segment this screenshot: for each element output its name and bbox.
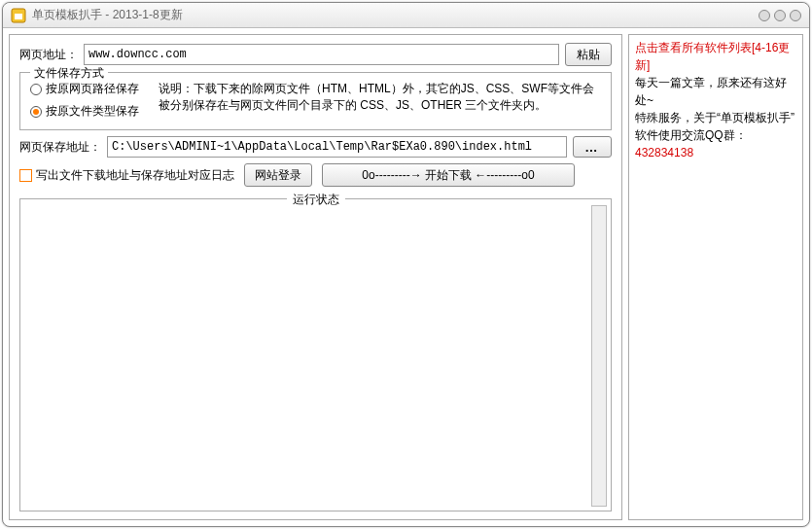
save-method-fieldset: 文件保存方式 按原网页路径保存 按原文件类型保存 说明：下载下来的除网页文件（H…	[19, 72, 612, 130]
qq-number[interactable]: 432834138	[635, 146, 693, 159]
window-controls	[759, 10, 801, 21]
side-text-1: 每天一篇文章，原来还有这好处~	[635, 74, 796, 109]
software-list-link[interactable]: 点击查看所有软件列表[4-16更新]	[635, 39, 796, 74]
side-text-2: 特殊服务，关于“单页模板扒手”	[635, 109, 796, 126]
titlebar: 单页模板扒手 - 2013-1-8更新	[3, 3, 809, 28]
log-checkbox[interactable]: 写出文件下载地址与保存地址对应日志	[19, 167, 234, 184]
save-path-label: 网页保存地址：	[19, 139, 101, 156]
browse-button[interactable]: …	[573, 136, 612, 158]
paste-button[interactable]: 粘贴	[565, 43, 612, 66]
radio-label: 按原文件类型保存	[46, 103, 139, 120]
radio-group: 按原网页路径保存 按原文件类型保存	[30, 81, 139, 120]
action-row: 写出文件下载地址与保存地址对应日志 网站登录 0o---------→ 开始下载…	[19, 163, 612, 187]
main-window: 单页模板扒手 - 2013-1-8更新 网页地址： 粘贴 文件保存方式 按原网	[2, 2, 810, 527]
side-panel: 点击查看所有软件列表[4-16更新] 每天一篇文章，原来还有这好处~ 特殊服务，…	[628, 34, 803, 520]
save-path-input[interactable]	[107, 136, 567, 158]
save-method-desc: 说明：下载下来的除网页文件（HTM、HTML）外，其它的JS、CSS、SWF等文…	[159, 81, 601, 120]
close-button[interactable]	[790, 10, 801, 21]
status-legend: 运行状态	[287, 192, 345, 208]
radio-label: 按原网页路径保存	[46, 81, 139, 97]
url-label: 网页地址：	[19, 47, 78, 63]
app-icon	[11, 8, 26, 23]
start-download-button[interactable]: 0o---------→ 开始下载 ←---------o0	[322, 163, 575, 187]
radio-icon	[30, 106, 42, 118]
minimize-button[interactable]	[759, 10, 770, 21]
body-area: 网页地址： 粘贴 文件保存方式 按原网页路径保存 按原文件类型保存	[3, 28, 809, 526]
radio-by-type[interactable]: 按原文件类型保存	[30, 103, 139, 120]
checkbox-icon	[19, 169, 32, 182]
url-row: 网页地址： 粘贴	[19, 43, 612, 66]
qq-label: 软件使用交流QQ群：	[635, 128, 747, 142]
maximize-button[interactable]	[774, 10, 786, 21]
main-panel: 网页地址： 粘贴 文件保存方式 按原网页路径保存 按原文件类型保存	[9, 34, 622, 520]
save-path-row: 网页保存地址： …	[19, 136, 612, 158]
login-button[interactable]: 网站登录	[244, 163, 312, 187]
window-title: 单页模板扒手 - 2013-1-8更新	[32, 7, 759, 23]
status-fieldset: 运行状态	[19, 198, 612, 511]
save-method-legend: 文件保存方式	[30, 65, 108, 82]
svg-rect-1	[15, 14, 22, 19]
qq-row: 软件使用交流QQ群：432834138	[635, 126, 796, 161]
status-scrollbar[interactable]	[591, 205, 607, 507]
url-input[interactable]	[84, 44, 559, 65]
radio-icon	[30, 84, 42, 95]
radio-by-path[interactable]: 按原网页路径保存	[30, 81, 139, 97]
checkbox-label: 写出文件下载地址与保存地址对应日志	[36, 167, 234, 184]
